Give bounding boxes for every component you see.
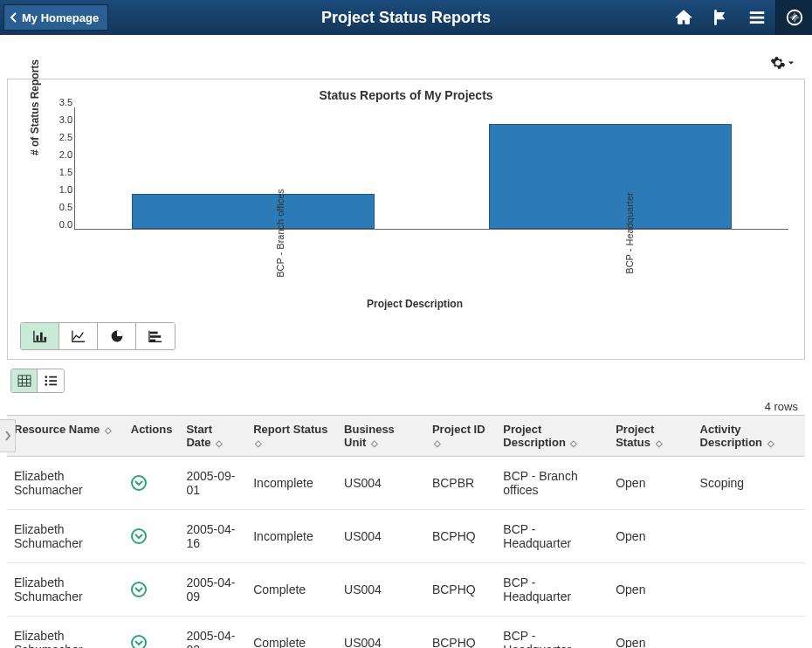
flag-icon	[711, 8, 730, 27]
home-icon	[674, 8, 693, 27]
cell-actions	[124, 457, 180, 510]
chart-type-bar-button[interactable]	[21, 323, 59, 349]
column-header-label: Actions	[131, 423, 173, 436]
row-actions-button[interactable]	[131, 635, 147, 648]
navigator-button[interactable]	[775, 0, 812, 35]
home-button[interactable]	[665, 0, 702, 35]
chart-type-line-button[interactable]	[59, 323, 98, 349]
chart-x-axis-label: Project Description	[38, 298, 792, 310]
flag-button[interactable]	[702, 0, 739, 35]
cell-resource-name: Elizabeth Schumacher	[7, 457, 124, 510]
back-button[interactable]: My Homepage	[3, 4, 108, 31]
svg-rect-6	[150, 335, 161, 338]
column-header[interactable]: Resource Name ◇	[7, 416, 124, 457]
list-view-button[interactable]	[38, 369, 64, 392]
gear-icon	[770, 55, 786, 71]
line-chart-icon	[71, 329, 86, 343]
column-header[interactable]: Business Unit ◇	[337, 416, 425, 457]
row-actions-button[interactable]	[131, 475, 147, 491]
svg-rect-1	[36, 335, 38, 341]
cell-project-id: BCPHQ	[425, 563, 496, 617]
cell-start-date: 2005-04-16	[179, 510, 246, 563]
cell-activity-description	[693, 510, 805, 563]
chart-y-tick: 2.0	[48, 149, 72, 160]
chart-x-category: BCP - Branch offices	[275, 181, 286, 286]
cell-report-status: Incomplete	[246, 457, 337, 510]
sort-icon: ◇	[656, 438, 663, 448]
sort-icon: ◇	[216, 438, 223, 448]
chevron-down-icon	[134, 586, 143, 593]
cell-project-description: BCP - Branch offices	[496, 457, 609, 510]
chart-plot	[74, 107, 788, 230]
cell-resource-name: Elizabeth Schumacher	[7, 510, 124, 563]
chevron-down-icon	[134, 639, 143, 646]
cell-report-status: Complete	[246, 617, 337, 649]
hamburger-icon	[747, 8, 767, 27]
cell-project-description: BCP - Headquarter	[496, 510, 609, 563]
column-header[interactable]: Project Description ◇	[496, 416, 609, 457]
table-row: Elizabeth Schumacher2005-04-02CompleteUS…	[7, 617, 805, 649]
sort-icon: ◇	[371, 438, 378, 448]
top-icon-bar	[665, 0, 812, 35]
svg-point-10	[45, 380, 47, 383]
column-header[interactable]: Project ID ◇	[425, 416, 496, 457]
cell-resource-name: Elizabeth Schumacher	[7, 617, 124, 649]
column-header[interactable]: Report Status ◇	[246, 416, 337, 457]
grid-view-button[interactable]	[11, 369, 38, 392]
column-header[interactable]: Project Status ◇	[609, 416, 692, 457]
chart-y-tick: 1.0	[48, 184, 72, 195]
menu-button[interactable]	[739, 0, 775, 35]
cell-project-id: BCPHQ	[425, 510, 496, 563]
chart-y-tick: 0.5	[48, 202, 72, 212]
column-header-label: Project Status	[616, 423, 654, 449]
bar-chart-icon	[32, 329, 48, 343]
cell-project-id: BCPBR	[425, 457, 496, 510]
cell-project-status: Open	[609, 510, 692, 563]
chart-y-tick: 2.5	[48, 132, 72, 142]
cell-activity-description	[693, 563, 805, 617]
expand-panel-tab[interactable]	[0, 419, 16, 452]
cell-project-id: BCPHQ	[425, 617, 496, 649]
chevron-right-icon	[4, 431, 11, 441]
cell-actions	[124, 617, 180, 649]
svg-rect-7	[150, 340, 155, 342]
cell-start-date: 2005-09-01	[179, 457, 246, 510]
sort-icon: ◇	[434, 438, 441, 448]
chart-type-hbar-button[interactable]	[136, 323, 175, 349]
cell-business-unit: US004	[337, 510, 425, 563]
column-header-label: Business Unit	[344, 423, 395, 449]
column-header-label: Project ID	[432, 423, 485, 436]
cell-project-status: Open	[609, 563, 692, 617]
svg-point-11	[45, 383, 47, 386]
cell-start-date: 2005-04-02	[179, 617, 246, 649]
compass-icon	[785, 8, 804, 27]
chart-y-tick: 3.5	[48, 97, 72, 107]
column-header-label: Activity Description	[700, 423, 763, 449]
column-header[interactable]: Activity Description ◇	[693, 416, 805, 457]
column-header: Actions	[124, 416, 180, 457]
column-header[interactable]: Start Date ◇	[179, 416, 246, 457]
cell-actions	[124, 510, 180, 563]
chart-title: Status Reports of My Projects	[20, 88, 792, 102]
row-actions-button[interactable]	[131, 582, 147, 597]
data-grid: Resource Name ◇ActionsStart Date ◇Report…	[7, 415, 805, 648]
grid-header-row: Resource Name ◇ActionsStart Date ◇Report…	[7, 416, 805, 457]
hbar-chart-icon	[148, 329, 163, 343]
cell-activity-description: Scoping	[693, 457, 805, 510]
grid-icon	[17, 375, 31, 387]
chevron-left-icon	[10, 12, 18, 23]
cell-business-unit: US004	[337, 457, 425, 510]
row-actions-button[interactable]	[131, 528, 147, 544]
chart-bar[interactable]	[132, 194, 375, 229]
cell-business-unit: US004	[337, 563, 425, 617]
top-bar: My Homepage Project Status Reports	[0, 0, 812, 35]
settings-button[interactable]	[770, 52, 795, 73]
sort-icon: ◇	[255, 438, 262, 448]
chart-x-category: BCP - Headquarter	[624, 181, 635, 286]
chart-type-pie-button[interactable]	[98, 323, 136, 349]
page-content: Status Reports of My Projects # of Statu…	[0, 35, 812, 648]
cell-actions	[124, 563, 180, 617]
cell-start-date: 2005-04-09	[179, 563, 246, 617]
chart-bar[interactable]	[489, 124, 732, 229]
cell-project-status: Open	[609, 617, 692, 649]
